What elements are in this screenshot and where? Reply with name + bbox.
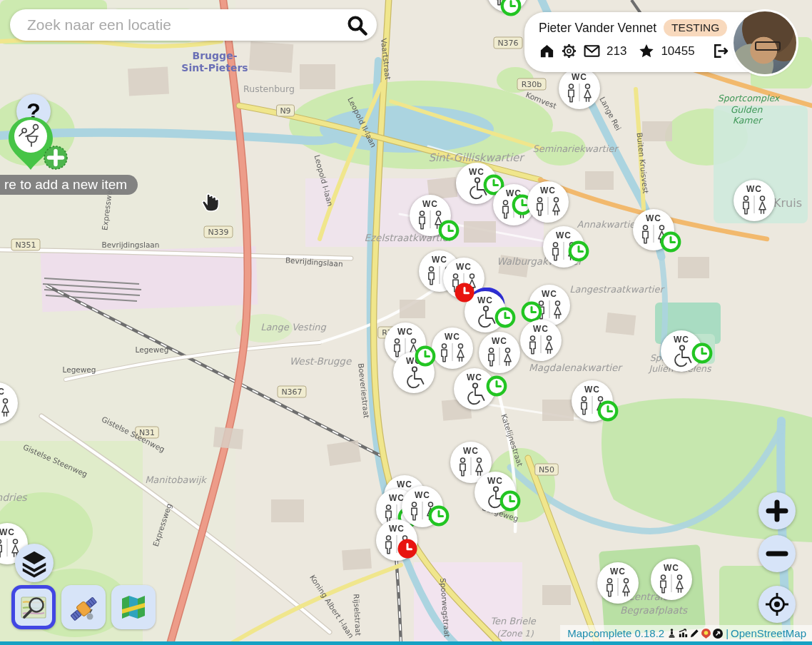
layers-icon xyxy=(19,548,49,578)
background-osm-carto-button[interactable] xyxy=(11,585,56,629)
crosshair-icon xyxy=(763,590,791,619)
svg-text:WC: WC xyxy=(542,289,557,299)
svg-text:WC: WC xyxy=(492,336,507,346)
open-hours-badge xyxy=(494,307,516,328)
statistics-icon[interactable] xyxy=(678,628,689,639)
search-input[interactable] xyxy=(26,16,345,34)
svg-text:WC: WC xyxy=(422,199,438,209)
messages-icon[interactable] xyxy=(583,42,601,60)
attribution-separator: | xyxy=(726,627,729,639)
mapcomplete-app: N9R30bN376N339N351N367N31N50R30 Brugge-S… xyxy=(0,0,812,645)
search-icon[interactable] xyxy=(345,14,368,36)
svg-text:WC: WC xyxy=(533,324,549,334)
background-satellite-button[interactable] xyxy=(61,585,106,629)
svg-text:WC: WC xyxy=(584,385,600,395)
svg-text:WC: WC xyxy=(646,213,661,223)
home-icon[interactable] xyxy=(539,43,555,59)
testing-badge: TESTING xyxy=(664,19,727,36)
open-hours-badge xyxy=(568,240,589,262)
open-hours-badge xyxy=(415,345,436,367)
closed-hours-badge xyxy=(397,538,418,559)
open-hours-badge xyxy=(691,342,713,364)
open-hours-badge xyxy=(499,490,521,512)
open-hours-badge xyxy=(597,400,619,422)
add-plus-icon[interactable] xyxy=(43,145,68,173)
svg-text:WC: WC xyxy=(389,524,405,534)
satellite-icon xyxy=(68,591,99,623)
svg-text:WC: WC xyxy=(556,230,572,240)
license-icon[interactable] xyxy=(712,628,724,639)
open-hours-badge xyxy=(428,505,450,527)
background-map-button[interactable] xyxy=(111,585,156,629)
open-hours-badge xyxy=(486,375,507,397)
svg-text:WC: WC xyxy=(0,387,5,397)
toilet-marker[interactable]: WC xyxy=(651,559,692,600)
svg-text:WC: WC xyxy=(540,186,556,195)
gear-icon[interactable] xyxy=(561,43,577,59)
changeset-count: 10455 xyxy=(661,44,694,59)
plus-icon xyxy=(766,499,788,522)
zoom-in-button[interactable] xyxy=(758,492,796,529)
location-search xyxy=(10,9,377,41)
osm-carto-icon xyxy=(19,592,49,622)
svg-text:WC: WC xyxy=(467,372,482,382)
open-hours-badge xyxy=(660,231,681,253)
svg-text:WC: WC xyxy=(0,527,15,537)
toilet-marker[interactable]: WC xyxy=(597,562,639,604)
toilet-marker[interactable]: WC xyxy=(432,327,473,369)
toilet-marker[interactable]: WC xyxy=(520,320,562,361)
attribution-bar: Mapcomplete 0.18.2 | OpenStreetMap xyxy=(560,625,812,641)
theme-icon[interactable] xyxy=(701,628,711,639)
pencil-icon[interactable] xyxy=(689,628,700,639)
osm-link[interactable]: OpenStreetMap xyxy=(731,627,806,639)
layers-button[interactable] xyxy=(15,544,54,582)
svg-text:WC: WC xyxy=(487,476,503,486)
avatar[interactable] xyxy=(734,11,796,74)
minus-icon xyxy=(766,542,788,565)
toilet-marker[interactable]: WC xyxy=(0,382,18,424)
svg-text:WC: WC xyxy=(572,72,587,82)
toilet-marker[interactable]: WC xyxy=(527,181,569,223)
svg-text:WC: WC xyxy=(746,184,762,194)
svg-text:WC: WC xyxy=(456,262,472,272)
svg-text:WC: WC xyxy=(469,167,484,177)
svg-text:WC: WC xyxy=(674,335,689,345)
toilet-marker[interactable]: WC xyxy=(559,68,600,109)
svg-text:WC: WC xyxy=(397,327,413,337)
app-version[interactable]: Mapcomplete 0.18.2 xyxy=(567,627,664,639)
background-style-bar xyxy=(11,585,156,629)
geolocate-button[interactable] xyxy=(758,586,796,623)
open-hours-badge xyxy=(500,0,522,16)
marker-layer: WC WC WC WC WC xyxy=(0,0,812,645)
svg-text:WC: WC xyxy=(664,563,679,573)
logout-icon[interactable] xyxy=(711,42,729,60)
statue-icon[interactable] xyxy=(666,628,677,639)
message-count: 213 xyxy=(607,44,626,59)
svg-text:WC: WC xyxy=(463,446,479,456)
open-hours-badge xyxy=(438,220,460,241)
toilet-marker[interactable]: WC xyxy=(734,180,775,221)
hand-cursor-icon xyxy=(199,189,223,218)
star-icon[interactable] xyxy=(638,43,655,60)
bottom-teal-bar xyxy=(0,641,812,645)
svg-text:WC: WC xyxy=(415,490,430,500)
svg-text:WC: WC xyxy=(445,332,460,342)
closed-hours-badge xyxy=(454,282,475,303)
svg-text:WC: WC xyxy=(610,567,626,577)
toilet-marker[interactable]: WC xyxy=(479,332,520,373)
folded-map-icon xyxy=(118,592,148,622)
svg-text:WC: WC xyxy=(477,295,493,305)
user-name: Pieter Vander Vennet xyxy=(539,21,656,36)
zoom-out-button[interactable] xyxy=(758,535,796,572)
add-item-tooltip: re to add a new item xyxy=(0,175,138,195)
